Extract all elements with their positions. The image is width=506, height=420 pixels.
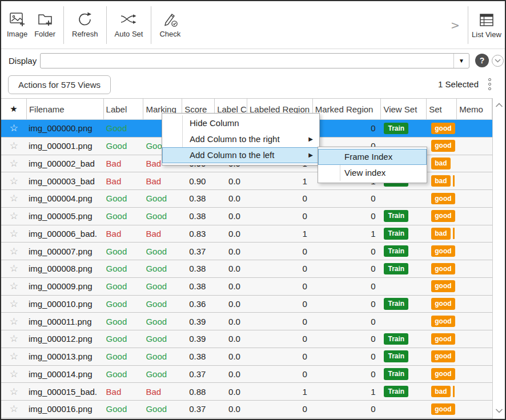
cell-view_set: Train [381,330,427,348]
menu-item-add-column-right[interactable]: Add Column to the right ▶ [162,131,319,147]
selected-count: 1 Selected [438,79,479,89]
column-header-star[interactable]: ★ [1,99,27,119]
menu-item-hide-column[interactable]: Hide Column [162,115,319,131]
list-view-button[interactable]: List View [468,5,505,46]
actions-button[interactable]: Actions for 575 Views [8,75,111,94]
star-icon[interactable]: ☆ [1,383,27,400]
table-row-16[interactable]: ☆img_000016.pngGoodGood0.370.000good [1,401,492,418]
column-header-memo[interactable]: Memo [457,99,492,119]
star-icon[interactable]: ☆ [1,366,27,383]
star-icon[interactable]: ☆ [1,278,27,295]
star-icon[interactable]: ☆ [1,401,27,418]
table-row-7[interactable]: ☆img_000007.pngGoodGood0.370.000Traingoo… [1,243,492,260]
star-icon[interactable]: ☆ [1,155,27,172]
view-set-badge: Train [384,298,408,309]
auto-set-button[interactable]: Auto Set [111,5,147,46]
table-row-6[interactable]: ☆img_000006_bad.BadBad0.830.011Trainbad [1,225,492,243]
refresh-button[interactable]: Refresh [69,5,102,46]
cell-marked_region: 0 [313,401,381,418]
folder-button[interactable]: Folder [31,5,59,46]
set-badge: good [431,316,455,327]
vertical-scrollbar[interactable] [492,98,505,419]
table-row-5[interactable]: ☆img_000005.pngGoodGood0.380.000Traingoo… [1,208,492,225]
cell-labeled_region: 0 [247,278,313,295]
cell-filename: img_000014.png [27,366,104,383]
kebab-menu-icon[interactable] [488,77,491,91]
cell-view_set [381,278,427,295]
cell-view_set: Train [381,208,427,225]
submenu-item-view-index[interactable]: View index [318,165,427,181]
set-badge: good [431,403,455,415]
star-icon[interactable]: ☆ [1,138,27,155]
refresh-icon [77,11,94,27]
cell-score: 0.37 [182,401,215,418]
table-row-11[interactable]: ☆img_000011.pngGoodGood0.390.000good [1,313,492,330]
cell-label_c: 0.0 [215,260,247,277]
table-row-9[interactable]: ☆img_000009.pngGoodGood0.380.000good [1,278,492,296]
check-button[interactable]: Check [156,5,184,46]
set-badge: good [431,368,455,379]
star-icon[interactable]: ☆ [1,225,27,243]
image-button[interactable]: Image [3,5,31,46]
cell-set: bad [427,225,457,243]
scroll-up-icon[interactable] [495,103,503,108]
cell-view_set: Train [381,120,427,137]
dropdown-arrow-icon[interactable]: ▼ [453,54,469,68]
star-icon[interactable]: ☆ [1,348,27,365]
cell-label_c: 0.0 [215,401,247,418]
menu-item-add-column-left[interactable]: Add Column to the left ▶ [162,147,319,163]
star-icon[interactable]: ☆ [1,260,27,277]
table-row-4[interactable]: ☆img_000004.pngGoodGood0.380.000good [1,190,492,208]
table-row-12[interactable]: ☆img_000012.pngGoodGood0.390.000Traingoo… [1,330,492,348]
submenu-item-frame-index[interactable]: Frame Index [318,149,427,165]
table-row-8[interactable]: ☆img_000008.pngGoodGood0.380.000Traingoo… [1,260,492,278]
cell-memo [457,348,492,365]
cell-label: Bad [104,155,144,172]
cell-label_c: 0.0 [215,330,247,348]
table-row-13[interactable]: ☆img_000013.pngGoodGood0.380.000Traingoo… [1,348,492,366]
star-icon[interactable]: ☆ [1,208,27,225]
cell-marking: Bad [143,383,182,400]
star-icon[interactable]: ☆ [1,313,27,330]
cell-filename: img_000001.png [27,138,104,155]
cell-set: good [427,243,457,260]
collapse-chevron-icon[interactable] [492,55,504,67]
column-header-label[interactable]: Label [104,99,144,119]
view-set-badge: Train [384,333,408,345]
refresh-button-label: Refresh [72,30,98,38]
toolbar-overflow-chevron-icon[interactable]: > [451,19,460,31]
cell-set: bad [427,172,457,189]
table-row-14[interactable]: ☆img_000014.pngGoodGood0.370.000Traingoo… [1,366,492,383]
cell-filename: img_000000.png [27,120,104,137]
folder-add-icon [37,11,54,27]
star-icon[interactable]: ☆ [1,120,27,137]
cell-labeled_region: 0 [247,313,313,330]
cell-label_c: 0.0 [215,208,247,225]
star-icon[interactable]: ☆ [1,296,27,313]
column-header-marked-region[interactable]: Marked Region [313,99,381,119]
cell-marking: Good [143,313,182,330]
cell-marked_region: 0 [313,190,381,207]
cell-marking: Good [143,348,182,365]
context-submenu: Frame Index View index [318,147,427,183]
column-header-set[interactable]: Set [427,99,457,119]
shuffle-icon [120,11,137,27]
star-icon[interactable]: ☆ [1,172,27,189]
scroll-down-icon[interactable] [495,408,503,413]
cell-filename: img_000008.png [27,260,104,277]
column-header-view-set[interactable]: View Set [381,99,427,119]
context-menu: Hide Column Add Column to the right ▶ Ad… [162,113,320,165]
column-header-filename[interactable]: Filename [27,99,104,119]
display-combobox[interactable]: ▼ [40,53,469,68]
help-icon[interactable]: ? [475,54,489,67]
cell-marking: Good [143,260,182,277]
table-row-10[interactable]: ☆img_000010.pngGoodGood0.360.000Traingoo… [1,296,492,313]
set-badge: good [431,140,455,151]
star-icon[interactable]: ☆ [1,243,27,260]
menu-item-label: Add Column to the left [190,150,274,160]
table-row-15[interactable]: ☆img_000015_bad.BadBad0.880.011Trainbad [1,383,492,401]
cell-score: 0.38 [182,190,215,207]
display-combobox-value[interactable] [41,54,453,68]
star-icon[interactable]: ☆ [1,330,27,348]
star-icon[interactable]: ☆ [1,190,27,207]
